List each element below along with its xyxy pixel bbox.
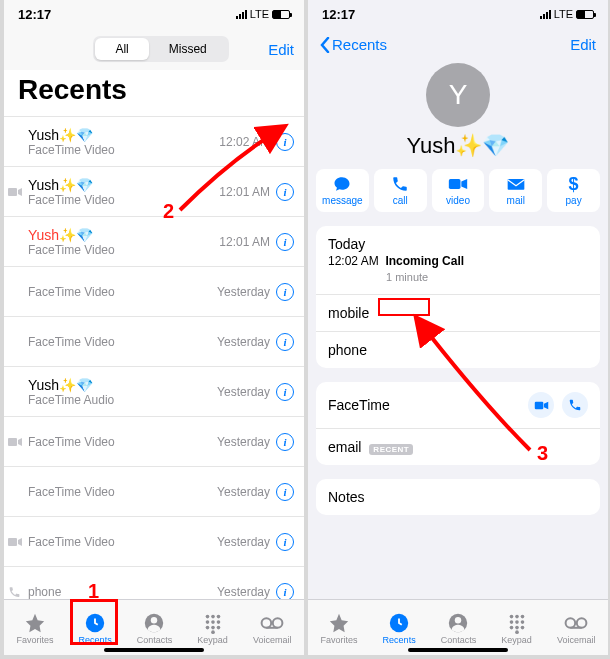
tab-recents[interactable]: Recents: [79, 612, 112, 645]
tab-recents[interactable]: Recents: [383, 612, 416, 645]
phone-right-detail: 12:17 LTE Recents Edit Y Yush✨💎 message …: [308, 0, 608, 655]
back-button[interactable]: Recents: [320, 36, 387, 53]
back-label: Recents: [332, 36, 387, 53]
message-icon: [332, 175, 352, 193]
tab-favorites[interactable]: Favorites: [17, 612, 54, 645]
info-icon[interactable]: i: [276, 333, 294, 351]
call-duration: 1 minute: [386, 271, 428, 283]
phone-icon: [390, 175, 410, 193]
row-name: Yush✨💎: [28, 227, 219, 243]
tab-contacts[interactable]: Contacts: [441, 612, 477, 645]
nav-bar: Recents Edit: [308, 28, 608, 61]
notes-cell[interactable]: Notes: [316, 479, 600, 515]
action-label: video: [446, 195, 470, 206]
recent-row[interactable]: Yush✨💎FaceTime Video 12:02 AM i: [4, 116, 304, 166]
voicemail-icon: [564, 612, 588, 634]
video-icon: [8, 187, 22, 197]
recent-row[interactable]: FaceTime Video Yesterday i: [4, 266, 304, 316]
info-icon[interactable]: i: [276, 183, 294, 201]
contact-name: Yush✨💎: [308, 133, 608, 169]
home-indicator[interactable]: [408, 648, 508, 652]
email-cell[interactable]: email RECENT: [316, 428, 600, 465]
action-label: pay: [566, 195, 582, 206]
row-sub: FaceTime Video: [28, 535, 217, 549]
cell-label: email: [328, 439, 361, 455]
row-time: Yesterday: [217, 385, 270, 399]
recent-row[interactable]: Yush✨💎FaceTime Video 12:01 AM i: [4, 166, 304, 216]
recent-row[interactable]: Yush✨💎FaceTime Video 12:01 AM i: [4, 216, 304, 266]
svg-point-28: [509, 620, 513, 624]
row-name: Yush✨💎: [28, 127, 219, 143]
pay-button[interactable]: $ pay: [547, 169, 600, 212]
row-sub: FaceTime Video: [28, 193, 219, 207]
cell-label: phone: [328, 342, 367, 358]
svg-point-10: [211, 620, 215, 624]
svg-rect-1: [8, 438, 17, 446]
battery-icon: [272, 10, 290, 19]
info-icon[interactable]: i: [276, 133, 294, 151]
svg-point-24: [455, 617, 461, 623]
carrier-label: LTE: [554, 8, 573, 20]
row-time: 12:02 AM: [219, 135, 270, 149]
action-label: mail: [507, 195, 525, 206]
person-icon: [143, 612, 165, 634]
recent-row[interactable]: Yush✨💎FaceTime Audio Yesterday i: [4, 366, 304, 416]
message-button[interactable]: message: [316, 169, 369, 212]
video-icon: [8, 437, 22, 447]
action-label: call: [393, 195, 408, 206]
video-icon: [8, 537, 22, 547]
facetime-video-button[interactable]: [528, 392, 554, 418]
tab-voicemail[interactable]: Voicemail: [253, 612, 292, 645]
info-icon[interactable]: i: [276, 233, 294, 251]
segment-all[interactable]: All: [95, 38, 148, 60]
cell-label: mobile: [328, 305, 369, 321]
recent-row[interactable]: FaceTime Video Yesterday i: [4, 316, 304, 366]
signal-icon: [540, 10, 551, 19]
status-time: 12:17: [18, 7, 51, 22]
signal-icon: [236, 10, 247, 19]
home-indicator[interactable]: [104, 648, 204, 652]
phone-cell[interactable]: phone: [316, 331, 600, 368]
mobile-cell[interactable]: mobile: [316, 294, 600, 331]
tab-keypad[interactable]: Keypad: [501, 612, 532, 645]
svg-point-6: [205, 615, 209, 619]
info-icon[interactable]: i: [276, 583, 294, 601]
svg-point-16: [262, 618, 272, 628]
edit-button[interactable]: Edit: [268, 41, 294, 58]
tab-voicemail[interactable]: Voicemail: [557, 612, 596, 645]
info-icon[interactable]: i: [276, 383, 294, 401]
svg-point-33: [520, 626, 524, 630]
video-button[interactable]: video: [432, 169, 485, 212]
star-icon: [24, 612, 46, 634]
phone-icon: [8, 585, 21, 598]
svg-point-35: [566, 618, 576, 628]
info-icon[interactable]: i: [276, 433, 294, 451]
chevron-left-icon: [320, 37, 330, 53]
tab-label: Recents: [383, 635, 416, 645]
recent-row[interactable]: FaceTime Video Yesterday i: [4, 416, 304, 466]
recent-row[interactable]: FaceTime Video Yesterday i: [4, 466, 304, 516]
battery-icon: [576, 10, 594, 19]
mail-button[interactable]: mail: [489, 169, 542, 212]
row-time: Yesterday: [217, 485, 270, 499]
facetime-audio-button[interactable]: [562, 392, 588, 418]
carrier-label: LTE: [250, 8, 269, 20]
call-button[interactable]: call: [374, 169, 427, 212]
contact-avatar[interactable]: Y: [426, 63, 490, 127]
info-icon[interactable]: i: [276, 283, 294, 301]
tab-favorites[interactable]: Favorites: [321, 612, 358, 645]
recent-row[interactable]: FaceTime Video Yesterday i: [4, 516, 304, 566]
facetime-cell: FaceTime: [316, 382, 600, 428]
svg-point-14: [216, 626, 220, 630]
edit-button[interactable]: Edit: [570, 36, 596, 53]
info-icon[interactable]: i: [276, 533, 294, 551]
info-icon[interactable]: i: [276, 483, 294, 501]
tab-label: Keypad: [197, 635, 228, 645]
segment-missed[interactable]: Missed: [149, 38, 227, 60]
tab-keypad[interactable]: Keypad: [197, 612, 228, 645]
video-icon: [534, 400, 549, 411]
phone-icon: [568, 398, 582, 412]
nav-bar: All Missed Edit: [4, 28, 304, 70]
tab-contacts[interactable]: Contacts: [137, 612, 173, 645]
row-time: Yesterday: [217, 585, 270, 599]
